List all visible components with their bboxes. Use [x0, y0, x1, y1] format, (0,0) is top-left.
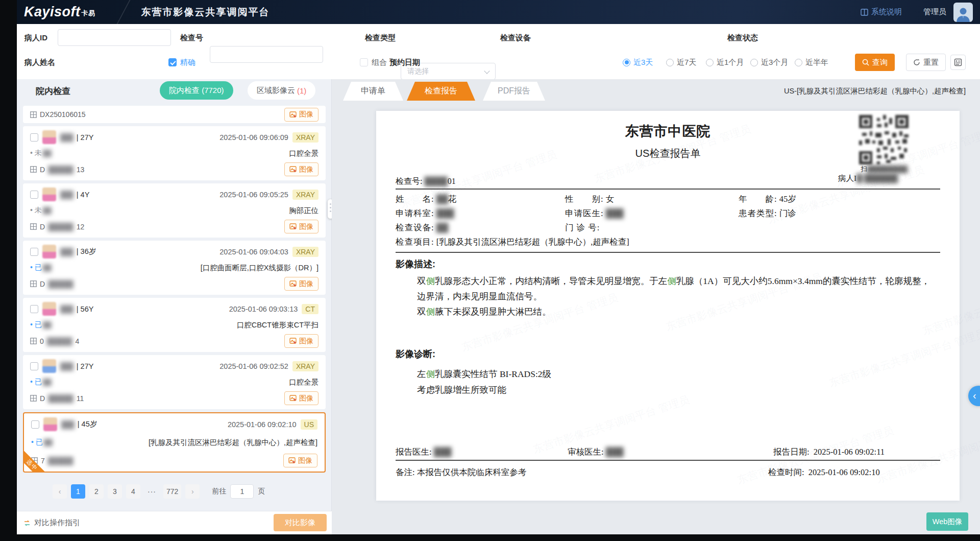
device-redacted: ██ — [436, 223, 448, 232]
logo-text: Kayisoft — [24, 4, 81, 19]
tab-application-form[interactable]: 申请单 — [343, 82, 403, 101]
patient-id-input-field[interactable] — [64, 34, 164, 42]
prev-page-button[interactable]: ‹ — [53, 484, 67, 499]
system-help-link[interactable]: 系统说明 — [861, 7, 902, 17]
report-patient-id: 病人I█ ██████ — [825, 173, 943, 184]
read-status: • 已██ — [30, 378, 52, 387]
exam-checkbox[interactable] — [30, 191, 38, 199]
gender-value: 女 — [606, 194, 615, 204]
more-pages-button[interactable]: ··· — [144, 484, 159, 499]
radio-icon — [795, 59, 802, 66]
page-button[interactable]: 1 — [71, 484, 85, 499]
compare-images-button[interactable]: 对比影像 — [274, 514, 327, 531]
image-button[interactable]: 图像 — [283, 454, 317, 467]
exam-id: D█████ — [30, 280, 77, 288]
page-button[interactable]: 772 — [163, 484, 181, 499]
web-image-button[interactable]: Web图像 — [926, 512, 968, 531]
search-button[interactable]: 查询 — [855, 54, 895, 71]
exam-card[interactable]: ███| 27Y2025-01-06 09:02:52XRAY• 已██口腔全景… — [23, 355, 326, 409]
tab-hospital-exams[interactable]: 院内检查 (7720) — [160, 81, 233, 100]
exam-id-redacted: █████ — [48, 166, 74, 174]
image-button[interactable]: 图像 — [284, 108, 318, 122]
application-window: Kayisoft卡易 东营市影像云共享调阅平台 系统说明 管理员 病人ID 检查… — [17, 0, 980, 534]
quick-range-3d-label: 近3天 — [633, 58, 653, 67]
quick-range-1m-label: 近1个月 — [717, 58, 744, 67]
patient-avatar — [42, 245, 56, 258]
patient-id-redacted: █ ██████ — [856, 174, 898, 182]
exam-checkbox[interactable] — [30, 133, 38, 142]
pagination: ‹1234···772› 前往 页 — [53, 484, 265, 499]
exam-card-partial[interactable]: DX250106015 图像 — [23, 106, 326, 123]
image-button-label: 图像 — [299, 279, 313, 289]
image-button[interactable]: 图像 — [284, 162, 318, 176]
image-icon — [289, 338, 297, 344]
quick-range-1m[interactable]: 近1个月 — [706, 54, 744, 71]
exam-checkbox[interactable] — [30, 362, 38, 370]
reset-button[interactable]: 重置 — [906, 54, 946, 71]
age-value: 45岁 — [779, 194, 796, 204]
exam-checkbox[interactable] — [30, 305, 38, 313]
exam-no-input-field[interactable] — [216, 51, 316, 59]
radio-icon — [623, 59, 630, 66]
quick-range-3d[interactable]: 近3天 — [623, 54, 653, 71]
modality-badge: XRAY — [292, 361, 318, 371]
exam-card[interactable]: ███| 27Y2025-01-06 09:06:09XRAY• 未██口腔全景… — [23, 126, 326, 180]
patient-age: | 45岁 — [78, 419, 97, 429]
patient-name-redacted: ███ — [60, 362, 72, 370]
tab-pdf-report[interactable]: PDF报告 — [483, 82, 545, 101]
exam-card[interactable]: ███| 36岁2025-01-06 09:04:03XRAY• 已██[口腔曲… — [23, 241, 326, 295]
report-date-value: 2025-01-06 09:02:11 — [814, 447, 885, 457]
quick-range-6m[interactable]: 近半年 — [795, 54, 828, 71]
goto-page-input[interactable] — [230, 484, 254, 499]
req-doctor-label: 申请医生: — [565, 208, 604, 218]
page-button[interactable]: 3 — [108, 484, 122, 499]
name-redacted: ██ — [436, 194, 448, 204]
nav-swoosh-decoration — [94, 0, 130, 24]
patient-id-input[interactable] — [58, 29, 171, 46]
review-doctor-redacted: ███ — [606, 447, 624, 457]
exam-description: [口腔曲面断层,口腔X线摄影（DR）] — [201, 263, 318, 273]
outpatient-no-label: 门 诊 号: — [565, 223, 600, 232]
image-button-label: 图像 — [299, 337, 313, 346]
patient-age: | 56Y — [77, 305, 94, 313]
page-button[interactable]: 4 — [126, 484, 140, 499]
exam-card[interactable]: ███| 4Y2025-01-06 09:05:25XRAY• 未██胸部正位D… — [23, 183, 326, 238]
divider — [396, 189, 940, 190]
grid-icon — [30, 395, 37, 402]
quick-range-7d[interactable]: 近7天 — [666, 54, 696, 71]
exam-device-label: 检查设备 — [500, 33, 531, 43]
note-value: 本报告仅供本院临床科室参考 — [417, 467, 527, 477]
panel-title: 院内检查 — [36, 85, 70, 97]
exam-id: D█████12 — [30, 223, 84, 231]
qr-caption-prefix: 扫 — [861, 166, 867, 173]
patient-age: | 36岁 — [77, 247, 96, 256]
next-page-button[interactable]: › — [185, 484, 200, 499]
exam-checkbox[interactable] — [31, 420, 39, 429]
image-button[interactable]: 图像 — [284, 220, 318, 233]
report-doctor-label: 报告医生: — [396, 447, 432, 457]
image-button[interactable]: 图像 — [284, 334, 318, 348]
exam-time-value: 2025-01-06 09:02:10 — [808, 467, 880, 477]
exam-checkbox[interactable] — [30, 248, 38, 256]
exact-checkbox[interactable] — [168, 58, 177, 66]
compare-guide-link[interactable]: 对比操作指引 — [23, 518, 80, 528]
page-button[interactable]: 2 — [89, 484, 104, 499]
quick-range-3m[interactable]: 近3个月 — [750, 54, 788, 71]
exam-type-label: 检查类型 — [365, 33, 396, 43]
combo-checkbox[interactable] — [360, 58, 368, 66]
exam-no-input[interactable] — [210, 46, 323, 63]
exam-datetime: 2025-01-06 09:03:13 — [229, 305, 298, 313]
image-button[interactable]: 图像 — [284, 391, 318, 405]
diagnosis-line-1: 左侧乳腺囊实性结节 BI-RADS:2级 — [417, 366, 930, 382]
user-avatar[interactable] — [953, 3, 973, 22]
tab-exam-report[interactable]: 检查报告 — [407, 82, 475, 101]
exam-card[interactable]: ███| 56Y2025-01-06 09:03:13CT• 已██口腔CBCT… — [23, 298, 326, 352]
image-icon — [288, 457, 296, 464]
tab-region-cloud[interactable]: 区域影像云(1) — [248, 81, 315, 100]
layout-card-button[interactable] — [950, 55, 966, 70]
exam-card[interactable]: ███| 45岁2025-01-06 09:02:10US• 已██[乳腺及其引… — [23, 412, 326, 473]
exam-datetime: 2025-01-06 09:05:25 — [219, 191, 288, 199]
image-icon — [289, 166, 297, 173]
patient-name-label: 病人姓名 — [24, 58, 55, 67]
image-button[interactable]: 图像 — [284, 277, 318, 291]
